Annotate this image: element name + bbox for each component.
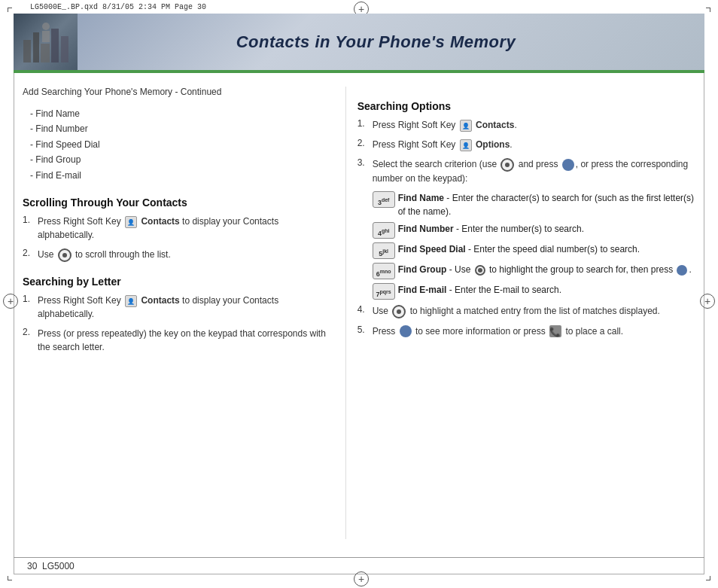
registration-mark-right bbox=[700, 294, 715, 309]
contacts-icon: 👤 bbox=[125, 295, 137, 307]
option-text: Find E-mail - Enter the E-mail to search… bbox=[398, 283, 695, 297]
item-text: Press (or press repeatedly) the key on t… bbox=[38, 327, 330, 354]
list-item: - Find Name bbox=[23, 106, 330, 121]
search-option-find-name: 3def Find Name - Enter the character(s) … bbox=[357, 191, 695, 218]
search-option-find-number: 4ghi Find Number - Enter the number(s) t… bbox=[357, 222, 695, 239]
searching-item-2: 2. Press (or press repeatedly) the key o… bbox=[23, 327, 330, 354]
scrolling-item-2: 2. Use to scroll through the list. bbox=[23, 248, 330, 262]
list-item: - Find Number bbox=[23, 121, 330, 136]
registration-mark-bottom bbox=[354, 571, 369, 586]
contacts-icon: 👤 bbox=[460, 120, 472, 132]
key-4-icon: 4ghi bbox=[373, 222, 395, 239]
options-item-2: 2. Press Right Soft Key 👤 Options. bbox=[357, 138, 695, 151]
search-option-find-speed-dial: 5jkl Find Speed Dial - Enter the speed d… bbox=[357, 242, 695, 259]
item-text: Press to see more information or press 📞… bbox=[373, 324, 695, 338]
ok-icon bbox=[562, 159, 574, 171]
scroll-icon bbox=[475, 265, 485, 276]
scroll-icon bbox=[58, 248, 71, 262]
scroll-icon bbox=[392, 305, 406, 318]
file-info-text: LG5000E_.BP.qxd 8/31/05 2:34 PM Page 30 bbox=[30, 3, 206, 11]
scrolling-item-1: 1. Press Right Soft Key 👤 Contacts to di… bbox=[23, 215, 330, 242]
page-title: Contacts in Your Phone's Memory bbox=[78, 32, 704, 52]
option-text: Find Name - Enter the character(s) to se… bbox=[398, 191, 695, 218]
svg-rect-0 bbox=[23, 40, 31, 62]
footer-line bbox=[14, 557, 704, 558]
searching-item-1: 1. Press Right Soft Key 👤 Contacts to di… bbox=[23, 294, 330, 321]
footer-text: 30 LG5000 bbox=[27, 561, 75, 571]
item-text: Press Right Soft Key 👤 Contacts to displ… bbox=[38, 294, 330, 321]
item-num: 2. bbox=[357, 138, 370, 148]
main-content: Add Searching Your Phone's Memory - Cont… bbox=[23, 79, 695, 547]
list-item: - Find Speed Dial bbox=[23, 137, 330, 152]
svg-rect-1 bbox=[33, 32, 39, 62]
file-metadata: LG5000E_.BP.qxd 8/31/05 2:34 PM Page 30 bbox=[30, 3, 206, 11]
options-item-1: 1. Press Right Soft Key 👤 Contacts. bbox=[357, 118, 695, 132]
list-item: - Find Group bbox=[23, 152, 330, 167]
options-item-3: 3. Select the search criterion (use and … bbox=[357, 157, 695, 185]
item-num: 2. bbox=[23, 248, 35, 258]
phone-icon: 📞 bbox=[549, 325, 561, 337]
key-5-icon: 5jkl bbox=[373, 242, 395, 259]
key-7-icon: 7pqrs bbox=[373, 283, 395, 300]
right-column: Searching Options 1. Press Right Soft Ke… bbox=[346, 79, 695, 547]
key-6-icon: 6mno bbox=[373, 263, 395, 279]
intro-text: Add Searching Your Phone's Memory - Cont… bbox=[23, 87, 330, 97]
section-heading-scrolling: Scrolling Through Your Contacts bbox=[23, 197, 330, 209]
item-num: 2. bbox=[23, 327, 35, 337]
left-column: Add Searching Your Phone's Memory - Cont… bbox=[23, 79, 345, 547]
crop-mark bbox=[710, 8, 710, 12]
options-item-5: 5. Press to see more information or pres… bbox=[357, 324, 695, 338]
ok-icon bbox=[677, 265, 687, 276]
ok-icon bbox=[400, 325, 412, 337]
header-bar: Contacts in Your Phone's Memory bbox=[14, 14, 704, 70]
option-text: Find Number - Enter the number(s) to sea… bbox=[398, 222, 695, 236]
item-text: Press Right Soft Key 👤 Contacts to displ… bbox=[38, 215, 330, 242]
scroll-icon bbox=[500, 158, 514, 172]
item-text: Select the search criterion (use and pre… bbox=[373, 157, 695, 185]
contacts-icon: 👤 bbox=[125, 216, 137, 228]
item-num: 5. bbox=[357, 324, 370, 335]
crop-mark bbox=[8, 576, 8, 580]
svg-rect-3 bbox=[51, 29, 59, 62]
item-num: 4. bbox=[357, 304, 370, 315]
accent-line bbox=[14, 70, 704, 73]
item-text: Press Right Soft Key 👤 Options. bbox=[373, 138, 695, 151]
item-num: 1. bbox=[23, 294, 35, 304]
svg-point-5 bbox=[42, 23, 50, 30]
item-num: 1. bbox=[357, 118, 370, 129]
item-num: 3. bbox=[357, 157, 370, 168]
model-text: LG5000 bbox=[42, 561, 75, 571]
item-text: Use to scroll through the list. bbox=[38, 248, 330, 262]
svg-rect-4 bbox=[61, 36, 68, 62]
search-option-find-email: 7pqrs Find E-mail - Enter the E-mail to … bbox=[357, 283, 695, 300]
crop-mark bbox=[710, 576, 710, 580]
item-text: Use to highlight a matched entry from th… bbox=[373, 304, 695, 318]
key-3-icon: 3def bbox=[373, 191, 395, 208]
svg-rect-6 bbox=[42, 31, 50, 42]
sub-items-list: - Find Name - Find Number - Find Speed D… bbox=[23, 106, 330, 183]
list-item: - Find E-mail bbox=[23, 168, 330, 183]
option-text: Find Group - Use to highlight the group … bbox=[398, 263, 695, 276]
crop-mark bbox=[8, 8, 8, 12]
search-option-find-group: 6mno Find Group - Use to highlight the g… bbox=[357, 263, 695, 279]
options-item-4: 4. Use to highlight a matched entry from… bbox=[357, 304, 695, 318]
item-text: Press Right Soft Key 👤 Contacts. bbox=[373, 118, 695, 132]
header-image bbox=[14, 14, 78, 70]
registration-mark-left bbox=[3, 294, 18, 309]
option-text: Find Speed Dial - Enter the speed dial n… bbox=[398, 242, 695, 256]
contacts-icon: 👤 bbox=[460, 139, 472, 151]
section-heading-options: Searching Options bbox=[357, 100, 695, 112]
section-heading-searching: Searching by Letter bbox=[23, 276, 330, 288]
svg-rect-2 bbox=[41, 44, 50, 62]
page-number: 30 bbox=[27, 561, 37, 571]
item-num: 1. bbox=[23, 215, 35, 225]
